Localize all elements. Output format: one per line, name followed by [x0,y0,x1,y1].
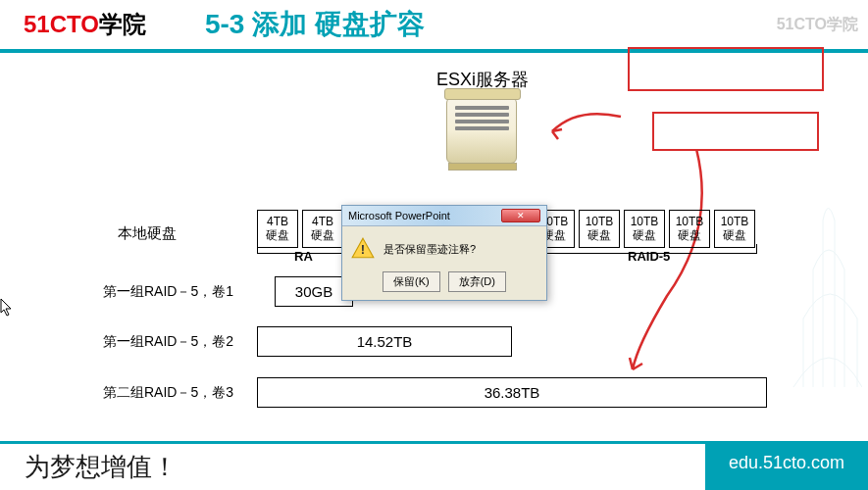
page-title: 5-3 添加 硬盘扩容 [205,6,425,43]
cursor-icon [0,298,14,320]
disk-cell: 4TB硬盘 [302,210,343,248]
page-header: 51CTO学院 5-3 添加 硬盘扩容 [0,0,868,49]
volume-label-1: 第一组RAID－5，卷1 [103,283,233,301]
watermark: 51CTO学院 [777,15,858,35]
dialog-message: 是否保留墨迹注释? [383,242,476,257]
raid-label-left: RA [294,249,313,264]
logo-suffix: 学院 [99,11,146,37]
dialog-title-text: Microsoft PowerPoint [348,210,450,221]
logo: 51CTO学院 [24,9,146,40]
footer-tagline: 为梦想增值！ [25,450,178,484]
footer-url: edu.51cto.com [705,441,868,490]
powerpoint-dialog: Microsoft PowerPoint ✕ ! 是否保留墨迹注释? 保留(K)… [341,205,547,301]
disk-cell: 4TB硬盘 [257,210,298,248]
watermark-building-icon [764,191,862,391]
keep-button[interactable]: 保留(K) [383,271,440,292]
close-button[interactable]: ✕ [501,209,540,222]
warning-icon: ! [350,236,376,262]
disk-cell: 10TB硬盘 [714,210,755,248]
discard-button[interactable]: 放弃(D) [448,271,506,292]
disk-cell: 10TB硬盘 [579,210,620,248]
volume-label-2: 第一组RAID－5，卷2 [103,333,233,351]
slide-content: ESXi服务器 本地硬盘 4TB硬盘 4TB硬盘 10TB硬盘 10TB硬盘 1… [0,53,868,445]
server-icon [446,97,535,185]
annotation-arrow-1 [547,112,626,141]
raid-label-right: RAID-5 [628,249,670,264]
logo-brand: 51CTO [24,11,99,37]
volume-box-2: 14.52TB [257,326,512,357]
volume-label-3: 第二组RAID－5，卷3 [103,384,233,402]
annotation-box-1 [628,47,824,91]
dialog-titlebar[interactable]: Microsoft PowerPoint ✕ [342,206,546,226]
volume-box-3: 36.38TB [257,377,767,408]
local-disk-label: 本地硬盘 [118,224,177,243]
svg-text:!: ! [361,242,365,257]
disk-cell: 10TB硬盘 [624,210,665,248]
disk-cell: 10TB硬盘 [669,210,710,248]
annotation-box-2 [652,112,819,151]
